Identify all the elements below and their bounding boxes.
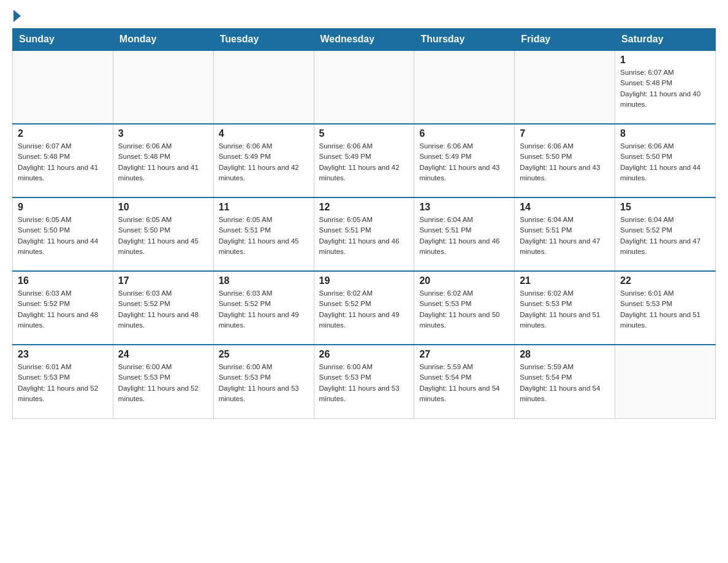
day-info: Sunrise: 6:06 AMSunset: 5:48 PMDaylight:… [118, 141, 208, 183]
day-number: 25 [219, 349, 309, 360]
calendar-cell: 25Sunrise: 6:00 AMSunset: 5:53 PMDayligh… [213, 345, 314, 418]
day-number: 18 [219, 275, 309, 286]
calendar-cell: 26Sunrise: 6:00 AMSunset: 5:53 PMDayligh… [314, 345, 414, 418]
day-info: Sunrise: 6:00 AMSunset: 5:53 PMDaylight:… [219, 362, 309, 404]
logo-arrow-icon [13, 10, 21, 22]
col-header-thursday: Thursday [414, 29, 515, 51]
day-info: Sunrise: 6:06 AMSunset: 5:49 PMDaylight:… [419, 141, 509, 183]
day-number: 5 [319, 128, 409, 139]
calendar-cell: 10Sunrise: 6:05 AMSunset: 5:50 PMDayligh… [113, 197, 213, 271]
calendar-week-row: 23Sunrise: 6:01 AMSunset: 5:53 PMDayligh… [13, 345, 716, 418]
day-info: Sunrise: 6:05 AMSunset: 5:50 PMDaylight:… [118, 215, 208, 257]
day-info: Sunrise: 6:02 AMSunset: 5:53 PMDaylight:… [419, 288, 509, 331]
day-info: Sunrise: 6:06 AMSunset: 5:49 PMDaylight:… [319, 141, 409, 183]
calendar-cell: 7Sunrise: 6:06 AMSunset: 5:50 PMDaylight… [515, 124, 615, 197]
calendar-cell: 18Sunrise: 6:03 AMSunset: 5:52 PMDayligh… [213, 271, 314, 345]
day-info: Sunrise: 6:00 AMSunset: 5:53 PMDaylight:… [319, 362, 409, 404]
day-number: 7 [520, 128, 610, 139]
calendar-table: SundayMondayTuesdayWednesdayThursdayFrid… [12, 28, 716, 419]
calendar-cell [615, 345, 716, 418]
calendar-header-row: SundayMondayTuesdayWednesdayThursdayFrid… [13, 29, 716, 51]
day-info: Sunrise: 6:03 AMSunset: 5:52 PMDaylight:… [118, 288, 208, 331]
calendar-cell: 14Sunrise: 6:04 AMSunset: 5:51 PMDayligh… [515, 197, 615, 271]
calendar-cell: 1Sunrise: 6:07 AMSunset: 5:48 PMDaylight… [615, 50, 716, 124]
calendar-cell: 2Sunrise: 6:07 AMSunset: 5:48 PMDaylight… [13, 124, 113, 197]
col-header-wednesday: Wednesday [314, 29, 414, 51]
day-info: Sunrise: 6:07 AMSunset: 5:48 PMDaylight:… [620, 67, 710, 110]
calendar-cell: 6Sunrise: 6:06 AMSunset: 5:49 PMDaylight… [414, 124, 515, 197]
col-header-saturday: Saturday [615, 29, 716, 51]
calendar-week-row: 2Sunrise: 6:07 AMSunset: 5:48 PMDaylight… [13, 124, 716, 197]
day-info: Sunrise: 6:03 AMSunset: 5:52 PMDaylight:… [18, 288, 108, 331]
day-info: Sunrise: 6:02 AMSunset: 5:52 PMDaylight:… [319, 288, 409, 331]
logo [12, 12, 21, 22]
day-number: 27 [419, 349, 509, 360]
day-info: Sunrise: 6:07 AMSunset: 5:48 PMDaylight:… [18, 141, 108, 183]
day-info: Sunrise: 5:59 AMSunset: 5:54 PMDaylight:… [419, 362, 509, 404]
calendar-cell: 11Sunrise: 6:05 AMSunset: 5:51 PMDayligh… [213, 197, 314, 271]
col-header-friday: Friday [515, 29, 615, 51]
calendar-cell: 21Sunrise: 6:02 AMSunset: 5:53 PMDayligh… [515, 271, 615, 345]
calendar-cell: 13Sunrise: 6:04 AMSunset: 5:51 PMDayligh… [414, 197, 515, 271]
day-info: Sunrise: 6:05 AMSunset: 5:51 PMDaylight:… [319, 215, 409, 257]
day-number: 12 [319, 202, 409, 213]
calendar-cell: 24Sunrise: 6:00 AMSunset: 5:53 PMDayligh… [113, 345, 213, 418]
calendar-cell: 19Sunrise: 6:02 AMSunset: 5:52 PMDayligh… [314, 271, 414, 345]
day-number: 9 [18, 202, 108, 213]
day-info: Sunrise: 6:02 AMSunset: 5:53 PMDaylight:… [520, 288, 610, 331]
calendar-week-row: 1Sunrise: 6:07 AMSunset: 5:48 PMDaylight… [13, 50, 716, 124]
day-info: Sunrise: 6:04 AMSunset: 5:51 PMDaylight:… [520, 215, 610, 257]
calendar-cell [13, 50, 113, 124]
calendar-cell [314, 50, 414, 124]
page-header [12, 12, 716, 22]
day-number: 6 [419, 128, 509, 139]
day-number: 23 [18, 349, 108, 360]
calendar-cell: 5Sunrise: 6:06 AMSunset: 5:49 PMDaylight… [314, 124, 414, 197]
calendar-cell: 15Sunrise: 6:04 AMSunset: 5:52 PMDayligh… [615, 197, 716, 271]
calendar-cell: 22Sunrise: 6:01 AMSunset: 5:53 PMDayligh… [615, 271, 716, 345]
day-number: 4 [219, 128, 309, 139]
day-info: Sunrise: 6:06 AMSunset: 5:49 PMDaylight:… [219, 141, 309, 183]
calendar-cell: 17Sunrise: 6:03 AMSunset: 5:52 PMDayligh… [113, 271, 213, 345]
day-number: 10 [118, 202, 208, 213]
day-number: 19 [319, 275, 409, 286]
calendar-week-row: 16Sunrise: 6:03 AMSunset: 5:52 PMDayligh… [13, 271, 716, 345]
day-info: Sunrise: 6:04 AMSunset: 5:51 PMDaylight:… [419, 215, 509, 257]
day-info: Sunrise: 6:01 AMSunset: 5:53 PMDaylight:… [18, 362, 108, 404]
day-number: 8 [620, 128, 710, 139]
day-info: Sunrise: 6:06 AMSunset: 5:50 PMDaylight:… [620, 141, 710, 183]
day-number: 2 [18, 128, 108, 139]
calendar-cell: 3Sunrise: 6:06 AMSunset: 5:48 PMDaylight… [113, 124, 213, 197]
day-number: 17 [118, 275, 208, 286]
col-header-monday: Monday [113, 29, 213, 51]
day-info: Sunrise: 6:03 AMSunset: 5:52 PMDaylight:… [219, 288, 309, 331]
day-number: 22 [620, 275, 710, 286]
day-info: Sunrise: 6:05 AMSunset: 5:51 PMDaylight:… [219, 215, 309, 257]
calendar-cell: 9Sunrise: 6:05 AMSunset: 5:50 PMDaylight… [13, 197, 113, 271]
calendar-cell: 12Sunrise: 6:05 AMSunset: 5:51 PMDayligh… [314, 197, 414, 271]
calendar-cell: 8Sunrise: 6:06 AMSunset: 5:50 PMDaylight… [615, 124, 716, 197]
day-number: 28 [520, 349, 610, 360]
calendar-cell [113, 50, 213, 124]
day-info: Sunrise: 6:00 AMSunset: 5:53 PMDaylight:… [118, 362, 208, 404]
day-number: 16 [18, 275, 108, 286]
calendar-cell [515, 50, 615, 124]
calendar-cell: 28Sunrise: 5:59 AMSunset: 5:54 PMDayligh… [515, 345, 615, 418]
day-number: 20 [419, 275, 509, 286]
calendar-cell: 20Sunrise: 6:02 AMSunset: 5:53 PMDayligh… [414, 271, 515, 345]
day-info: Sunrise: 6:04 AMSunset: 5:52 PMDaylight:… [620, 215, 710, 257]
col-header-tuesday: Tuesday [213, 29, 314, 51]
day-number: 1 [620, 55, 710, 66]
calendar-cell: 27Sunrise: 5:59 AMSunset: 5:54 PMDayligh… [414, 345, 515, 418]
day-info: Sunrise: 6:06 AMSunset: 5:50 PMDaylight:… [520, 141, 610, 183]
day-number: 21 [520, 275, 610, 286]
calendar-cell: 23Sunrise: 6:01 AMSunset: 5:53 PMDayligh… [13, 345, 113, 418]
calendar-cell [414, 50, 515, 124]
day-number: 13 [419, 202, 509, 213]
day-number: 24 [118, 349, 208, 360]
day-number: 14 [520, 202, 610, 213]
calendar-cell [213, 50, 314, 124]
day-number: 3 [118, 128, 208, 139]
calendar-week-row: 9Sunrise: 6:05 AMSunset: 5:50 PMDaylight… [13, 197, 716, 271]
day-number: 11 [219, 202, 309, 213]
